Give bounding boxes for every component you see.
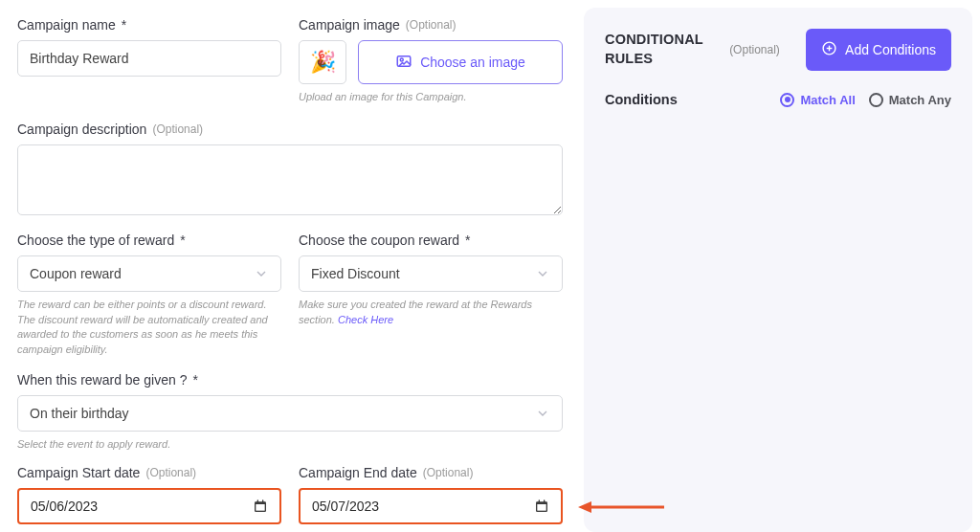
check-here-link[interactable]: Check Here	[338, 314, 393, 325]
conditional-rules-title: CONDITIONAL RULES	[605, 31, 703, 68]
chevron-down-icon	[254, 266, 269, 281]
svg-rect-7	[537, 504, 546, 511]
conditional-rules-optional-label: (Optional)	[729, 43, 780, 56]
match-any-radio[interactable]: Match Any	[869, 93, 951, 107]
svg-rect-3	[256, 504, 264, 511]
svg-rect-9	[544, 500, 545, 503]
campaign-description-label: Campaign description (Optional)	[17, 122, 563, 137]
match-all-radio[interactable]: Match All	[780, 93, 855, 107]
reward-type-helper: The reward can be either points or a dis…	[17, 298, 281, 357]
chevron-down-icon	[535, 266, 550, 281]
start-date-label: Campaign Start date (Optional)	[17, 465, 281, 480]
calendar-icon	[253, 499, 268, 514]
coupon-reward-helper: Make sure you created the reward at the …	[299, 298, 563, 327]
reward-type-select[interactable]: Coupon reward	[17, 255, 281, 292]
end-date-label: Campaign End date (Optional)	[299, 465, 563, 480]
add-conditions-button[interactable]: Add Conditions	[806, 29, 951, 71]
campaign-end-date-input[interactable]: 05/07/2023	[299, 488, 563, 524]
radio-on-icon	[780, 93, 794, 107]
choose-image-button[interactable]: Choose an image	[358, 40, 563, 84]
conditions-label: Conditions	[605, 92, 678, 107]
calendar-icon	[534, 499, 549, 514]
when-given-label: When this reward be given ? *	[17, 372, 563, 388]
when-given-helper: Select the event to apply reward.	[17, 437, 563, 452]
svg-rect-4	[257, 500, 258, 503]
plus-circle-icon	[821, 40, 837, 59]
campaign-name-label: Campaign name *	[17, 17, 281, 33]
when-given-select[interactable]: On their birthday	[17, 395, 563, 432]
svg-point-1	[400, 58, 403, 61]
chevron-down-icon	[535, 406, 550, 421]
svg-rect-5	[262, 500, 263, 503]
campaign-start-date-input[interactable]: 05/06/2023	[17, 488, 281, 524]
campaign-image-label: Campaign image (Optional)	[299, 17, 563, 33]
campaign-image-preview: 🎉	[299, 40, 346, 84]
campaign-image-helper: Upload an image for this Campaign.	[299, 90, 563, 104]
campaign-description-textarea[interactable]	[17, 144, 563, 215]
coupon-reward-select[interactable]: Fixed Discount	[299, 255, 563, 292]
radio-off-icon	[869, 93, 883, 107]
confetti-icon: 🎉	[310, 50, 336, 75]
campaign-name-input[interactable]	[17, 40, 281, 77]
svg-rect-8	[539, 500, 540, 503]
reward-type-label: Choose the type of reward *	[17, 233, 281, 248]
picture-icon	[395, 53, 412, 73]
coupon-reward-label: Choose the coupon reward *	[299, 233, 563, 248]
